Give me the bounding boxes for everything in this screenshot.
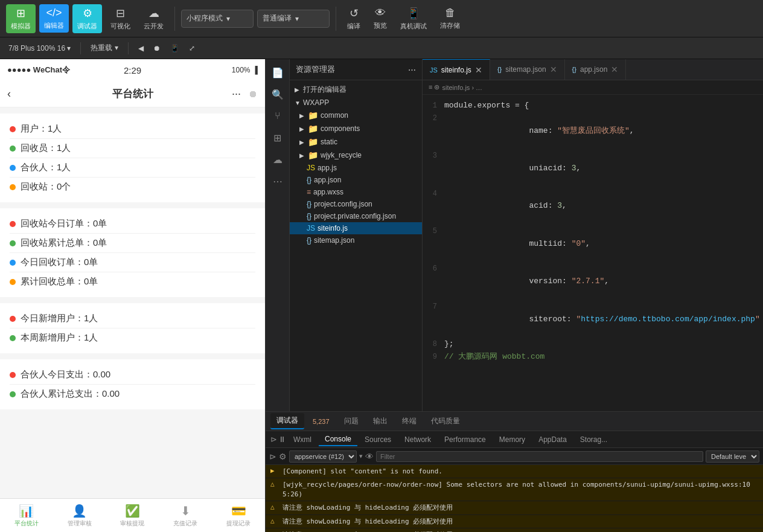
sim-tab-recharge[interactable]: ⬇ 充值记录 xyxy=(159,501,212,530)
wxapp-label: WXAPP xyxy=(303,98,329,107)
subtab-storage-label: Storag... xyxy=(580,435,607,444)
play-btn[interactable]: ⏺ xyxy=(151,43,163,54)
file-app-js[interactable]: JS app.js xyxy=(290,162,422,174)
warn-icon-2: △ xyxy=(270,480,279,488)
folder-wjyk[interactable]: ▶ 📁 wjyk_recycle xyxy=(290,149,422,162)
file-sitemap[interactable]: {} sitemap.json xyxy=(290,234,422,246)
context-select[interactable]: appservice (#12) xyxy=(289,450,357,463)
visualize-btn[interactable]: ⊟ 可视化 xyxy=(106,4,135,33)
cloud-btn[interactable]: ☁ 云开发 xyxy=(139,4,168,33)
folder-components[interactable]: ▶ 📁 components xyxy=(290,122,422,135)
tab-sitemap-close[interactable]: ✕ xyxy=(550,65,557,74)
more-icon[interactable]: ⋯ xyxy=(268,171,287,191)
folder-static[interactable]: ▶ 📁 static xyxy=(290,135,422,149)
console-filter-icon[interactable]: ⚙ xyxy=(279,452,287,461)
editor-label: 编辑器 xyxy=(44,21,64,30)
subtab-sources[interactable]: Sources xyxy=(359,434,397,446)
sim-tab-audit[interactable]: 👤 管理审核 xyxy=(53,501,106,530)
search-sidebar-icon[interactable]: 🔍 xyxy=(268,85,287,104)
tab-recharge-icon: ⬇ xyxy=(180,504,191,518)
editor-content[interactable]: 1 module.exports = { 2 name: "智慧废品回收系统",… xyxy=(423,95,763,411)
real-debug-btn[interactable]: 📱 真机调试 xyxy=(395,4,432,33)
subtab-wxml[interactable]: Wxml xyxy=(287,434,318,446)
console-clear-btn[interactable]: ⊳ xyxy=(269,452,276,461)
json-icon-sitemap: {} xyxy=(307,236,311,245)
opened-editors-label: 打开的编辑器 xyxy=(303,85,346,95)
tab-appjson-close[interactable]: ✕ xyxy=(611,65,618,74)
files-icon[interactable]: 📄 xyxy=(268,63,287,82)
split-icon[interactable]: ⊞ xyxy=(268,128,287,147)
sim-nav-dots[interactable]: ··· xyxy=(232,88,241,100)
devtab-count[interactable]: 5,237 xyxy=(307,415,336,428)
sim-nav-bar: ‹ 平台统计 ··· ⏺ xyxy=(0,81,265,107)
preview-action-btn[interactable]: 👁 预览 xyxy=(369,4,392,33)
devtab-output[interactable]: 输出 xyxy=(367,414,394,429)
file-siteinfo[interactable]: JS siteinfo.js xyxy=(290,222,422,234)
git-icon[interactable]: ⑂ xyxy=(268,106,287,126)
debugger-btn[interactable]: ⚙ 调试器 xyxy=(72,4,102,33)
stat-item-partner-total: 合伙人累计总支出：0.00 xyxy=(10,385,255,403)
tab-appjson[interactable]: {} app.json ✕ xyxy=(565,59,627,80)
file-project-private[interactable]: {} project.private.config.json xyxy=(290,210,422,222)
folder-common[interactable]: ▶ 📁 common xyxy=(290,109,422,122)
phone-frame-btn[interactable]: 📱 xyxy=(168,43,182,54)
compile-select[interactable]: 普通编译 ▾ xyxy=(257,10,330,28)
devtab-quality[interactable]: 代码质量 xyxy=(425,414,466,429)
debugger-label: 调试器 xyxy=(77,22,97,31)
compile-action-btn[interactable]: ↺ 编译 xyxy=(342,4,365,33)
subtab-left-icon[interactable]: ⊳ xyxy=(270,435,277,444)
opened-editors-section[interactable]: ▶ 打开的编辑器 xyxy=(290,83,422,97)
device-info[interactable]: 7/8 Plus 100% 16 ▾ xyxy=(6,43,73,54)
cloud-side-icon[interactable]: ☁ xyxy=(268,150,287,169)
subtab-console[interactable]: Console xyxy=(319,433,357,446)
code-line-6: 6 version: "2.7.1", xyxy=(423,263,763,300)
editor-btn[interactable]: </> 编辑器 xyxy=(39,4,69,33)
level-select[interactable]: Default leve xyxy=(706,450,759,463)
clear-storage-btn[interactable]: 🗑 清存储 xyxy=(435,4,465,33)
tab-sitemap-icon: {} xyxy=(497,66,502,73)
stat-label-recycle-today: 今日回收订单：0单 xyxy=(21,257,98,268)
file-app-wxss[interactable]: ≡ app.wxss xyxy=(290,186,422,198)
subtab-storage[interactable]: Storag... xyxy=(574,434,613,446)
sim-tab-withdraw[interactable]: 💳 提现记录 xyxy=(212,501,265,530)
sim-tab-review[interactable]: ✅ 审核提现 xyxy=(106,501,159,530)
tab-sitemap[interactable]: {} sitemap.json ✕ xyxy=(490,59,565,80)
share-btn[interactable]: ⤢ xyxy=(187,43,197,54)
devtab-terminal[interactable]: 终端 xyxy=(396,414,423,429)
sim-back-btn[interactable]: ‹ xyxy=(7,88,11,100)
divider-1 xyxy=(174,7,175,31)
subtab-performance[interactable]: Performance xyxy=(438,434,492,446)
stat-item-user: 用户：1人 xyxy=(10,120,255,139)
tab-siteinfo-close[interactable]: ✕ xyxy=(475,65,482,75)
simulator-btn[interactable]: ⊞ 模拟器 xyxy=(6,4,36,33)
eye-filter-icon[interactable]: 👁 xyxy=(365,452,374,461)
filter-input[interactable] xyxy=(376,451,703,462)
warn-icon-3: △ xyxy=(270,503,279,511)
devtab-issues[interactable]: 问题 xyxy=(338,414,365,429)
explorer-menu[interactable]: ⋯ xyxy=(408,65,416,74)
sim-device: ●●●●● WeChat令 2:29 100% ▐ ‹ 平台统计 ··· ⏺ xyxy=(0,59,265,532)
tab-sitemap-name: sitemap.json xyxy=(505,65,546,74)
refresh-icon: ↺ xyxy=(350,7,359,20)
file-project-config[interactable]: {} project.config.json xyxy=(290,198,422,210)
visualize-icon: ⊟ xyxy=(116,7,125,20)
hot-reload-btn[interactable]: 热重载 ▾ xyxy=(88,42,120,54)
tab-siteinfo[interactable]: JS siteinfo.js ✕ xyxy=(423,59,490,80)
devtab-debugger-label: 调试器 xyxy=(276,416,298,425)
subtab-pause-icon[interactable]: ⏸ xyxy=(278,435,286,444)
compile-btn-label: 编译 xyxy=(347,22,360,31)
file-app-json[interactable]: {} app.json xyxy=(290,174,422,186)
subtab-network[interactable]: Network xyxy=(398,434,437,446)
devtab-debugger[interactable]: 调试器 xyxy=(270,413,304,429)
back-btn[interactable]: ◀ xyxy=(136,43,146,54)
mode-select[interactable]: 小程序模式 ▾ xyxy=(181,10,254,28)
subtab-appdata[interactable]: AppData xyxy=(532,434,573,446)
dot-partner-today xyxy=(10,372,16,378)
real-debug-label: 真机调试 xyxy=(400,22,427,31)
wxapp-section[interactable]: ▼ WXAPP xyxy=(290,97,422,109)
subtab-sources-label: Sources xyxy=(365,435,391,444)
code-line-8: 8 }; xyxy=(423,338,763,351)
devtab-issues-label: 问题 xyxy=(344,417,359,425)
sim-tab-stats[interactable]: 📊 平台统计 xyxy=(0,501,53,530)
subtab-memory[interactable]: Memory xyxy=(493,434,531,446)
